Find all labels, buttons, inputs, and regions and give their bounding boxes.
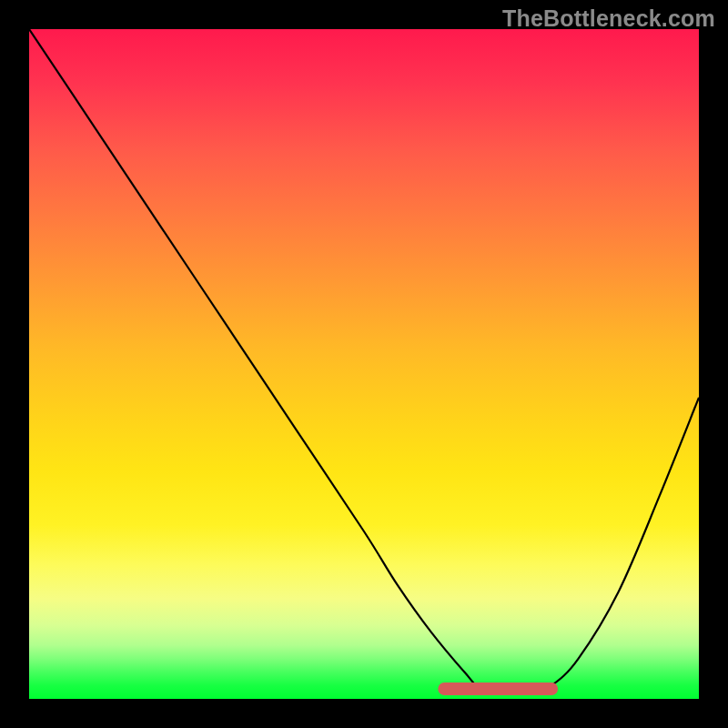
chart-frame: TheBottleneck.com <box>0 0 728 728</box>
plot-area <box>29 29 699 699</box>
bottleneck-gradient <box>29 29 699 699</box>
watermark-label: TheBottleneck.com <box>502 5 715 32</box>
